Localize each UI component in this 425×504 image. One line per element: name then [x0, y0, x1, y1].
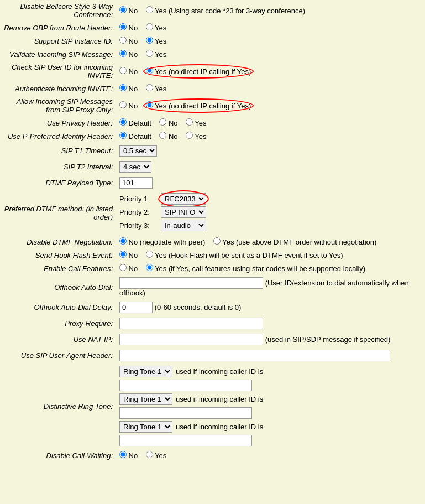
remove-obp-no[interactable]: No [119, 24, 138, 32]
offhook-auto-dial-delay-suffix: (0-60 seconds, default is 0) [155, 303, 242, 311]
call-features-yes[interactable]: Yes (if Yes, call features using star co… [146, 264, 365, 273]
offhook-auto-dial-delay-input[interactable] [119, 302, 153, 313]
label-disable-call-waiting: Disable Call-Waiting: [0, 449, 116, 462]
row-sip-t1: SIP T1 Timeout: 0.5 sec 1 sec 2 sec 4 se… [0, 143, 425, 159]
row-send-hook-flash: Send Hook Flash Event: No Yes (Hook Flas… [0, 248, 425, 262]
allow-incoming-sip-yes-circled: Yes (no direct IP calling if Yes) [146, 101, 251, 110]
row-disable-call-waiting: Disable Call-Waiting: No Yes [0, 449, 425, 462]
label-remove-obp: Remove OBP from Route Header: [0, 21, 116, 34]
allow-incoming-sip-no[interactable]: No [119, 102, 138, 110]
use-nat-ip-input[interactable] [119, 334, 263, 345]
label-sip-t2: SIP T2 Interval: [0, 159, 116, 175]
p-preferred-no[interactable]: No [159, 132, 177, 141]
row-support-sip-instance: Support SIP Instance ID: No Yes [0, 34, 425, 48]
ring-input-row-3 [119, 435, 422, 446]
label-send-hook-flash: Send Hook Flash Event: [0, 248, 116, 262]
call-waiting-yes[interactable]: Yes [146, 451, 167, 460]
label-sip-t1: SIP T1 Timeout: [0, 143, 116, 159]
privacy-default[interactable]: Default [119, 119, 151, 127]
row-use-p-preferred: Use P-Preferred-Identity Header: Default… [0, 129, 425, 143]
label-offhook-auto-dial: Offhook Auto-Dial: [0, 275, 116, 299]
ring-tone-select-2[interactable]: Ring Tone 1 Ring Tone 2 Ring Tone 3 [119, 393, 172, 405]
ring-row-2: Ring Tone 1 Ring Tone 2 Ring Tone 3 used… [119, 393, 422, 405]
call-features-no[interactable]: No [119, 264, 138, 273]
privacy-yes[interactable]: Yes [186, 119, 207, 127]
row-proxy-require: Proxy-Require: [0, 315, 425, 331]
ring-label-3: used if incoming caller ID is [176, 423, 263, 431]
label-enable-call-features: Enable Call Features: [0, 262, 116, 275]
sip-t1-select[interactable]: 0.5 sec 1 sec 2 sec 4 sec [119, 145, 157, 157]
row-use-nat-ip: Use NAT IP: (used in SIP/SDP message if … [0, 331, 425, 347]
row-allow-incoming-sip: Allow Incoming SIP Messages from SIP Pro… [0, 95, 425, 116]
check-sip-no[interactable]: No [119, 67, 138, 76]
row-sip-t2: SIP T2 Interval: 2 sec 4 sec 8 sec [0, 159, 425, 175]
support-sip-instance-no[interactable]: No [119, 37, 138, 45]
label-support-sip-instance: Support SIP Instance ID: [0, 34, 116, 48]
disable-bellcore-yes[interactable]: Yes (Using star code *23 for 3-way confe… [146, 7, 305, 15]
row-use-sip-user-agent: Use SIP User-Agent Header: [0, 347, 425, 363]
priority2-row: Priority 2: SIP INFO RFC2833 In-audio [119, 206, 422, 218]
row-authenticate-incoming: Authenticate incoming INVITE: No Yes [0, 82, 425, 95]
label-authenticate-incoming: Authenticate incoming INVITE: [0, 82, 116, 95]
label-use-sip-user-agent: Use SIP User-Agent Header: [0, 347, 116, 363]
proxy-require-input[interactable] [119, 318, 263, 329]
priority3-label: Priority 3: [119, 221, 161, 230]
dtmf-negotiation-yes[interactable]: Yes (use above DTMF order without negoti… [213, 238, 377, 246]
label-disable-dtmf-negotiation: Disable DTMF Negotiation: [0, 235, 116, 248]
priority2-select[interactable]: SIP INFO RFC2833 In-audio [161, 206, 206, 218]
dtmf-negotiation-no[interactable]: No (negotiate with peer) [119, 238, 205, 246]
check-sip-yes-circled: Yes (no direct IP calling if Yes) [146, 67, 251, 76]
use-sip-user-agent-input[interactable] [119, 350, 390, 361]
row-validate-incoming-sip: Validate Incoming SIP Message: No Yes [0, 48, 425, 61]
call-waiting-no[interactable]: No [119, 451, 138, 460]
label-allow-incoming-sip: Allow Incoming SIP Messages from SIP Pro… [0, 95, 116, 116]
ring-tone-select-3[interactable]: Ring Tone 1 Ring Tone 2 Ring Tone 3 [119, 421, 172, 433]
priority3-row: Priority 3: In-audio RFC2833 SIP INFO [119, 220, 422, 231]
remove-obp-yes[interactable]: Yes [146, 24, 167, 32]
hook-flash-no[interactable]: No [119, 251, 138, 259]
support-sip-instance-yes[interactable]: Yes [146, 37, 167, 45]
label-disable-bellcore: Disable Bellcore Style 3-Way Conference: [0, 0, 116, 21]
authenticate-yes[interactable]: Yes [146, 85, 167, 93]
label-use-p-preferred: Use P-Preferred-Identity Header: [0, 129, 116, 143]
label-use-privacy-header: Use Privacy Header: [0, 116, 116, 129]
label-preferred-dtmf: Preferred DTMF method: (in listed order) [0, 191, 116, 235]
ring-caller-id-input-2[interactable] [119, 407, 252, 419]
allow-incoming-sip-yes[interactable]: Yes (no direct IP calling if Yes) [146, 102, 251, 110]
label-validate-incoming-sip: Validate Incoming SIP Message: [0, 48, 116, 61]
check-sip-yes[interactable]: Yes (no direct IP calling if Yes) [146, 67, 251, 76]
priority1-row: Priority 1 RFC2833 SIP INFO In-audio [119, 193, 422, 205]
row-offhook-auto-dial-delay: Offhook Auto-Dial Delay: (0-60 seconds, … [0, 299, 425, 315]
validate-incoming-sip-yes[interactable]: Yes [146, 50, 167, 59]
ring-input-row-2 [119, 407, 422, 419]
offhook-auto-dial-input[interactable] [119, 277, 263, 289]
sip-t2-select[interactable]: 2 sec 4 sec 8 sec [119, 161, 151, 173]
row-distinctive-ring-tone: Distinctive Ring Tone: Ring Tone 1 Ring … [0, 363, 425, 449]
row-disable-bellcore: Disable Bellcore Style 3-Way Conference:… [0, 0, 425, 21]
ring-caller-id-input-3[interactable] [119, 435, 252, 446]
priority1-select-circled: RFC2833 SIP INFO In-audio [161, 193, 206, 205]
p-preferred-yes[interactable]: Yes [186, 132, 207, 141]
row-use-privacy-header: Use Privacy Header: Default No Yes [0, 116, 425, 129]
row-offhook-auto-dial: Offhook Auto-Dial: (User ID/extension to… [0, 275, 425, 299]
hook-flash-yes[interactable]: Yes (Hook Flash will be sent as a DTMF e… [146, 251, 343, 259]
priority3-select[interactable]: In-audio RFC2833 SIP INFO [161, 220, 206, 231]
row-check-sip-user-id: Check SIP User ID for incoming INVITE: N… [0, 61, 425, 82]
priority1-select[interactable]: RFC2833 SIP INFO In-audio [161, 193, 206, 205]
dtmf-payload-input[interactable] [119, 177, 153, 189]
row-disable-dtmf-negotiation: Disable DTMF Negotiation: No (negotiate … [0, 235, 425, 248]
label-distinctive-ring-tone: Distinctive Ring Tone: [0, 363, 116, 449]
ring-tone-select-1[interactable]: Ring Tone 1 Ring Tone 2 Ring Tone 3 [119, 366, 172, 377]
label-offhook-auto-dial-delay: Offhook Auto-Dial Delay: [0, 299, 116, 315]
p-preferred-default[interactable]: Default [119, 132, 151, 141]
priority1-label: Priority 1 [119, 195, 161, 203]
row-preferred-dtmf: Preferred DTMF method: (in listed order)… [0, 191, 425, 235]
ring-caller-id-input-1[interactable] [119, 380, 252, 391]
ring-row-3: Ring Tone 1 Ring Tone 2 Ring Tone 3 used… [119, 421, 422, 433]
row-remove-obp: Remove OBP from Route Header: No Yes [0, 21, 425, 34]
use-nat-ip-suffix: (used in SIP/SDP message if specified) [265, 335, 391, 344]
authenticate-no[interactable]: No [119, 85, 138, 93]
validate-incoming-sip-no[interactable]: No [119, 50, 138, 59]
disable-bellcore-no[interactable]: No [119, 7, 138, 15]
privacy-no[interactable]: No [159, 119, 177, 127]
